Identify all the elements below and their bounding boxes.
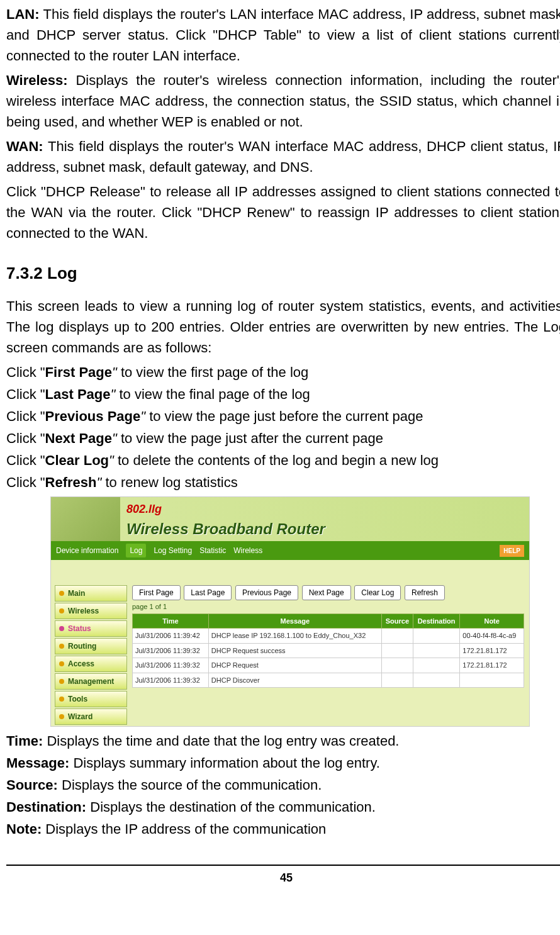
table-cell — [381, 673, 413, 688]
router-header-image — [51, 497, 120, 541]
router-main: First Page Last Page Previous Page Next … — [127, 560, 529, 726]
sidebar-item-label: Status — [68, 623, 91, 634]
cmd-bold: Refresh — [45, 474, 97, 490]
cmd-pre: Click " — [6, 474, 45, 490]
router-body: Main Wireless Status Routing Access Mana… — [51, 560, 529, 726]
para-wireless: Wireless: Displays the router's wireless… — [6, 70, 560, 132]
help-button[interactable]: HELP — [500, 545, 524, 557]
sidebar-item-label: Management — [68, 676, 114, 687]
table-cell: 00-40-f4-f8-4c-a9 — [460, 629, 524, 644]
table-cell — [413, 643, 459, 658]
router-ui-figure: 802.llg Wireless Broadband Router Device… — [50, 496, 530, 727]
page-indicator: page 1 of 1 — [132, 602, 524, 612]
desc-label: Source: — [6, 777, 58, 793]
tab-device-info[interactable]: Device information — [56, 545, 118, 556]
cmd-quote: " — [112, 364, 117, 380]
cmd-post: to renew log statistics — [101, 474, 237, 490]
wireless-text: Displays the router's wireless connectio… — [6, 72, 560, 130]
para-lan: LAN: This field displays the router's LA… — [6, 4, 560, 66]
cmd-bold: Clear Log — [45, 452, 109, 468]
para-dhcp: Click "DHCP Release" to release all IP a… — [6, 181, 560, 244]
router-slogan: Wireless Broadband Router — [126, 518, 325, 540]
table-cell: Jul/31/2006 11:39:42 — [133, 629, 209, 644]
desc-line: Time: Displays the time and date that th… — [6, 731, 560, 751]
lan-text: This field displays the router's LAN int… — [6, 6, 560, 64]
para-wan: WAN: This field displays the router's WA… — [6, 136, 560, 177]
bullet-icon — [59, 679, 64, 684]
sidebar-item-management[interactable]: Management — [55, 673, 127, 690]
table-cell: Jul/31/2006 11:39:32 — [133, 643, 209, 658]
desc-label: Note: — [6, 821, 42, 837]
cmd-pre: Click " — [6, 408, 45, 424]
previous-page-button[interactable]: Previous Page — [235, 585, 298, 600]
desc-text: Displays the IP address of the communica… — [42, 821, 326, 837]
tab-log-setting[interactable]: Log Setting — [154, 545, 192, 556]
section-heading: 7.3.2 Log — [6, 261, 560, 286]
th-time: Time — [133, 613, 209, 629]
table-row: Jul/31/2006 11:39:42DHCP lease IP 192.16… — [133, 629, 524, 644]
next-page-button[interactable]: Next Page — [302, 585, 351, 600]
desc-label: Time: — [6, 733, 43, 749]
cmd-post: to view the final page of the log — [115, 386, 310, 402]
log-header-row: Time Message Source Destination Note — [133, 613, 524, 629]
th-note: Note — [460, 613, 524, 629]
desc-label: Message: — [6, 755, 69, 771]
cmd-pre: Click " — [6, 386, 45, 402]
clear-log-button[interactable]: Clear Log — [354, 585, 401, 600]
bullet-icon — [59, 608, 64, 613]
sidebar-item-access[interactable]: Access — [55, 656, 127, 672]
table-cell — [381, 629, 413, 644]
table-row: Jul/31/2006 11:39:32DHCP Request success… — [133, 643, 524, 658]
sidebar-item-routing[interactable]: Routing — [55, 638, 127, 654]
sidebar-item-tools[interactable]: Tools — [55, 691, 127, 707]
cmd-line: Click "Next Page" to view the page just … — [6, 428, 560, 449]
log-intro: This screen leads to view a running log … — [6, 296, 560, 358]
refresh-button[interactable]: Refresh — [405, 585, 445, 600]
router-brand: 802.llg — [126, 501, 325, 518]
tab-wireless[interactable]: Wireless — [233, 545, 262, 556]
cmd-post: to view the page just after the current … — [117, 430, 383, 446]
router-title-area: 802.llg Wireless Broadband Router — [120, 497, 332, 541]
bullet-icon — [59, 661, 64, 666]
wireless-label: Wireless: — [6, 72, 68, 88]
desc-line: Source: Displays the source of the commu… — [6, 775, 560, 795]
table-cell — [413, 673, 459, 688]
table-cell — [381, 643, 413, 658]
table-cell — [413, 629, 459, 644]
router-header: 802.llg Wireless Broadband Router — [51, 497, 529, 541]
sidebar-item-label: Wizard — [68, 711, 92, 722]
table-row: Jul/31/2006 11:39:32DHCP Discover — [133, 673, 524, 688]
cmd-quote: " — [112, 430, 117, 446]
cmd-bold: First Page — [45, 364, 112, 380]
cmd-post: to view the page just before the current… — [145, 408, 423, 424]
desc-line: Destination: Displays the destination of… — [6, 797, 560, 817]
tab-log[interactable]: Log — [126, 544, 146, 557]
table-cell — [413, 658, 459, 673]
sidebar-item-wireless[interactable]: Wireless — [55, 603, 127, 619]
sidebar-item-wizard[interactable]: Wizard — [55, 708, 127, 725]
desc-text: Displays the source of the communication… — [58, 777, 322, 793]
log-button-row: First Page Last Page Previous Page Next … — [132, 585, 524, 600]
first-page-button[interactable]: First Page — [132, 585, 181, 600]
cmd-post: to delete the contents of the log and be… — [114, 452, 439, 468]
cmd-pre: Click " — [6, 452, 45, 468]
sidebar-item-status[interactable]: Status — [55, 620, 127, 637]
sidebar-item-label: Wireless — [68, 605, 99, 617]
sidebar-item-label: Tools — [68, 693, 87, 705]
desc-label: Destination: — [6, 799, 86, 815]
bullet-icon — [59, 591, 64, 596]
cmd-line: Click "First Page" to view the first pag… — [6, 362, 560, 383]
cmd-quote: " — [140, 408, 145, 424]
router-tabs: Device information Log Log Setting Stati… — [51, 541, 529, 560]
cmd-bold: Last Page — [45, 386, 111, 402]
desc-text: Displays summary information about the l… — [69, 755, 380, 771]
desc-line: Note: Displays the IP address of the com… — [6, 819, 560, 839]
table-cell — [460, 673, 524, 688]
bullet-icon — [59, 626, 64, 631]
table-cell: 172.21.81.172 — [460, 658, 524, 673]
wan-label: WAN: — [6, 138, 43, 154]
cmd-line: Click "Clear Log" to delete the contents… — [6, 450, 560, 471]
sidebar-item-main[interactable]: Main — [55, 585, 127, 602]
last-page-button[interactable]: Last Page — [184, 585, 232, 600]
tab-statistic[interactable]: Statistic — [199, 545, 226, 556]
